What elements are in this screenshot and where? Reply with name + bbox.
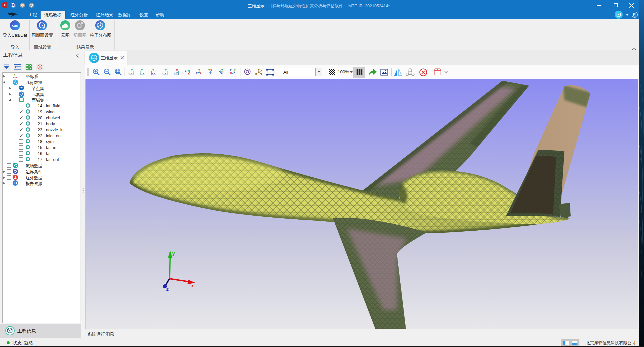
svg-text:Y: Y — [131, 69, 133, 72]
svg-text:z: z — [166, 286, 169, 292]
svg-text:x: x — [164, 72, 166, 75]
svg-text:x: x — [210, 69, 212, 72]
svg-text:Y: Y — [234, 69, 236, 72]
svg-text:x: x — [199, 71, 201, 75]
svg-text:x: x — [176, 69, 178, 72]
svg-text:Y: Y — [152, 69, 154, 72]
svg-text:x: x — [143, 72, 144, 75]
svg-text:z: z — [185, 69, 186, 72]
svg-text:z: z — [196, 71, 198, 75]
svg-text:z: z — [131, 72, 132, 75]
svg-text:Y: Y — [14, 74, 16, 76]
svg-text:z: z — [162, 72, 164, 75]
svg-text:x: x — [191, 283, 194, 288]
svg-text:x: x — [222, 70, 224, 73]
svg-text:Y: Y — [165, 69, 167, 72]
svg-text:x: x — [230, 71, 232, 75]
svg-text:Y: Y — [141, 69, 143, 72]
svg-text:z: z — [210, 72, 211, 75]
svg-text:z: z — [219, 69, 221, 72]
svg-text:x: x — [16, 76, 17, 79]
svg-text:x: x — [188, 72, 189, 75]
svg-text:x: x — [128, 72, 130, 75]
svg-text:z: z — [140, 72, 142, 75]
svg-text:z: z — [154, 72, 156, 75]
svg-text:Y: Y — [176, 72, 178, 75]
svg-text:z: z — [13, 76, 14, 79]
svg-text:Y: Y — [208, 69, 210, 72]
svg-text:y: y — [172, 250, 175, 256]
svg-text:z: z — [173, 72, 175, 75]
svg-text:x: x — [152, 72, 153, 75]
